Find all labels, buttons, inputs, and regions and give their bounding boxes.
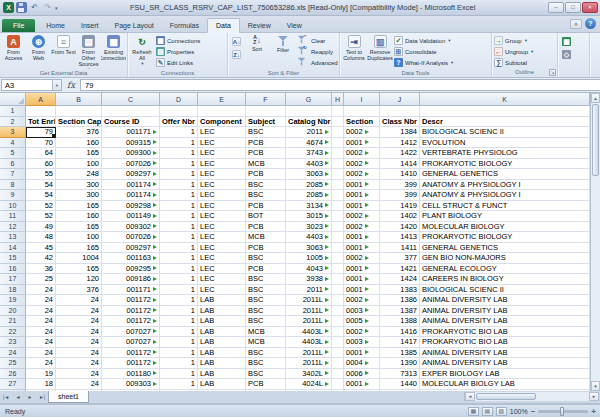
- cell[interactable]: CAREERS IN BIOLOGY: [420, 274, 590, 285]
- cell[interactable]: [332, 211, 344, 222]
- cell[interactable]: 160: [56, 138, 102, 149]
- cell[interactable]: 1: [160, 327, 198, 338]
- cell[interactable]: 1417: [380, 337, 420, 348]
- cell[interactable]: MCB: [246, 337, 286, 348]
- cell[interactable]: Component: [198, 117, 246, 128]
- cell[interactable]: 0004: [344, 358, 380, 369]
- cell[interactable]: 54: [26, 180, 56, 191]
- row-header-9[interactable]: 9: [0, 190, 26, 201]
- cell[interactable]: 24: [26, 295, 56, 306]
- cell[interactable]: 3063: [286, 243, 332, 254]
- row-header-4[interactable]: 4: [0, 138, 26, 149]
- cell[interactable]: 376: [56, 127, 102, 138]
- cell[interactable]: 1387: [380, 306, 420, 317]
- cell[interactable]: Section: [344, 117, 380, 128]
- tab-review[interactable]: Review: [240, 19, 279, 32]
- cell[interactable]: BSC: [246, 180, 286, 191]
- cell[interactable]: 24: [26, 348, 56, 359]
- cell[interactable]: 1: [160, 253, 198, 264]
- cell[interactable]: 007026: [102, 232, 160, 243]
- cell[interactable]: PLANT BIOLOGY: [420, 211, 590, 222]
- cell[interactable]: MCB: [246, 159, 286, 170]
- cell[interactable]: Subject: [246, 117, 286, 128]
- cell[interactable]: 1440: [380, 379, 420, 390]
- cell[interactable]: 300: [56, 180, 102, 191]
- cell[interactable]: 0002: [344, 127, 380, 138]
- cell[interactable]: 0006: [344, 369, 380, 380]
- cell[interactable]: 1416: [380, 327, 420, 338]
- cell[interactable]: 24: [56, 306, 102, 317]
- cell[interactable]: 1004: [56, 253, 102, 264]
- row-header-24[interactable]: 24: [0, 348, 26, 359]
- cell[interactable]: LEC: [198, 201, 246, 212]
- remove-duplicates-button[interactable]: ▥Remove Duplicates: [367, 34, 393, 69]
- cell[interactable]: 1: [160, 148, 198, 159]
- cell[interactable]: 1: [160, 138, 198, 149]
- cell[interactable]: [332, 295, 344, 306]
- cell[interactable]: 1: [160, 274, 198, 285]
- cell[interactable]: 009186: [102, 274, 160, 285]
- cell[interactable]: 160: [56, 211, 102, 222]
- cell[interactable]: 009298: [102, 201, 160, 212]
- column-header-a[interactable]: A: [26, 93, 56, 106]
- cell[interactable]: 1414: [380, 159, 420, 170]
- cell[interactable]: 1: [160, 211, 198, 222]
- cell[interactable]: 1: [160, 232, 198, 243]
- cell[interactable]: 248: [56, 169, 102, 180]
- cell[interactable]: CELL STRUCT & FUNCT: [420, 201, 590, 212]
- maximize-button[interactable]: □: [565, 2, 581, 13]
- column-header-i[interactable]: I: [344, 93, 380, 106]
- cell[interactable]: ANIMAL DIVERSITY LAB: [420, 358, 590, 369]
- cell[interactable]: LAB: [198, 379, 246, 390]
- row-header-26[interactable]: 26: [0, 369, 26, 380]
- cell[interactable]: 2085: [286, 190, 332, 201]
- cell[interactable]: 1383: [380, 285, 420, 296]
- cell[interactable]: 0002: [344, 148, 380, 159]
- cell[interactable]: 42: [26, 253, 56, 264]
- cell[interactable]: 24: [26, 316, 56, 327]
- cell[interactable]: 1: [160, 369, 198, 380]
- cell[interactable]: 24: [56, 348, 102, 359]
- tab-formulas[interactable]: Formulas: [162, 19, 207, 32]
- cell[interactable]: [332, 253, 344, 264]
- tab-page-layout[interactable]: Page Layout: [106, 19, 161, 32]
- normal-view-icon[interactable]: ▦: [468, 407, 479, 416]
- cell[interactable]: 2011L: [286, 295, 332, 306]
- cell[interactable]: 1: [160, 222, 198, 233]
- cell[interactable]: 1390: [380, 358, 420, 369]
- cell[interactable]: 1385: [380, 348, 420, 359]
- cell[interactable]: 1: [160, 201, 198, 212]
- cell[interactable]: 0001: [344, 180, 380, 191]
- zoom-slider[interactable]: [538, 410, 588, 413]
- from-text-button[interactable]: ≡From Text: [51, 34, 76, 69]
- row-header-3[interactable]: 3: [0, 127, 26, 138]
- cell[interactable]: LEC: [198, 285, 246, 296]
- column-header-b[interactable]: B: [56, 93, 102, 106]
- cell[interactable]: 165: [56, 264, 102, 275]
- cell[interactable]: 001163: [102, 253, 160, 264]
- cell[interactable]: PCB: [246, 138, 286, 149]
- cell[interactable]: PROKARYOTIC BIO LAB: [420, 327, 590, 338]
- cell[interactable]: 4403L: [286, 327, 332, 338]
- cell[interactable]: [332, 117, 344, 128]
- cell[interactable]: 24: [56, 379, 102, 390]
- cell[interactable]: 1412: [380, 138, 420, 149]
- cell[interactable]: BIOLOGICAL SCIENC II: [420, 127, 590, 138]
- cell[interactable]: LEC: [198, 190, 246, 201]
- row-header-7[interactable]: 7: [0, 169, 26, 180]
- row-header-27[interactable]: 27: [0, 379, 26, 390]
- cell[interactable]: 001180: [102, 369, 160, 380]
- cell[interactable]: 24: [26, 285, 56, 296]
- cell[interactable]: PCB: [246, 222, 286, 233]
- cell[interactable]: GENERAL GENETICS: [420, 169, 590, 180]
- cell[interactable]: [56, 106, 102, 117]
- ungroup-button[interactable]: ←Ungroup▾: [493, 46, 534, 57]
- cell[interactable]: 1419: [380, 201, 420, 212]
- cell[interactable]: ANIMAL DIVERSITY LAB: [420, 316, 590, 327]
- cell[interactable]: BSC: [246, 295, 286, 306]
- properties-button[interactable]: ▤Properties: [155, 46, 201, 57]
- formula-input[interactable]: 79: [80, 79, 600, 91]
- cell[interactable]: BSC: [246, 316, 286, 327]
- cell[interactable]: 60: [26, 159, 56, 170]
- cell[interactable]: 100: [56, 232, 102, 243]
